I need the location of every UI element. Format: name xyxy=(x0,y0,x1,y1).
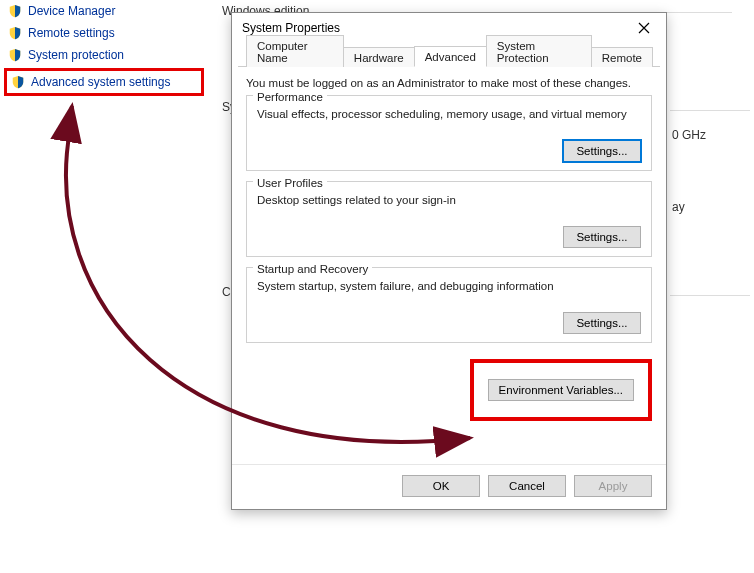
environment-variables-button[interactable]: Environment Variables... xyxy=(488,379,634,401)
ok-button[interactable]: OK xyxy=(402,475,480,497)
bg-sep-3 xyxy=(670,295,750,296)
group-desc: Visual effects, processor scheduling, me… xyxy=(257,108,641,120)
group-title: Performance xyxy=(253,91,327,103)
tab-remote[interactable]: Remote xyxy=(591,47,653,67)
group-user-profiles: User Profiles Desktop settings related t… xyxy=(246,181,652,257)
group-desc: System startup, system failure, and debu… xyxy=(257,280,641,292)
tab-content-advanced: You must be logged on as an Administrato… xyxy=(232,67,666,464)
shield-icon xyxy=(8,26,22,40)
group-title: Startup and Recovery xyxy=(253,263,372,275)
performance-settings-button[interactable]: Settings... xyxy=(563,140,641,162)
link-label: Device Manager xyxy=(28,4,115,18)
link-advanced-system-settings[interactable]: Advanced system settings xyxy=(4,68,204,96)
group-startup-recovery: Startup and Recovery System startup, sys… xyxy=(246,267,652,343)
system-info-background: Windows edition Sy C 0 GHz ay Device Man… xyxy=(0,0,754,573)
close-icon xyxy=(638,22,650,34)
background-truncated-c: C xyxy=(222,285,231,299)
shield-icon xyxy=(8,4,22,18)
link-remote-settings[interactable]: Remote settings xyxy=(4,22,204,44)
control-panel-links: Device Manager Remote settings System pr… xyxy=(4,0,204,96)
group-performance: Performance Visual effects, processor sc… xyxy=(246,95,652,171)
tab-advanced[interactable]: Advanced xyxy=(414,46,487,67)
link-label: System protection xyxy=(28,48,124,62)
shield-icon xyxy=(11,75,25,89)
cancel-button[interactable]: Cancel xyxy=(488,475,566,497)
admin-note: You must be logged on as an Administrato… xyxy=(246,77,652,89)
shield-icon xyxy=(8,48,22,62)
group-desc: Desktop settings related to your sign-in xyxy=(257,194,641,206)
background-ay-fragment: ay xyxy=(672,200,685,214)
bg-sep-2 xyxy=(670,110,750,111)
tab-computer-name[interactable]: Computer Name xyxy=(246,35,344,67)
background-ghz-fragment: 0 GHz xyxy=(672,128,706,142)
tab-strip: Computer Name Hardware Advanced System P… xyxy=(238,43,660,67)
tab-system-protection[interactable]: System Protection xyxy=(486,35,592,67)
apply-button[interactable]: Apply xyxy=(574,475,652,497)
link-label: Advanced system settings xyxy=(31,75,170,89)
dialog-title: System Properties xyxy=(242,21,340,35)
system-properties-dialog: System Properties Computer Name Hardware… xyxy=(231,12,667,510)
dialog-button-row: OK Cancel Apply xyxy=(232,464,666,509)
close-button[interactable] xyxy=(622,14,666,42)
link-device-manager[interactable]: Device Manager xyxy=(4,0,204,22)
env-variables-row: Environment Variables... xyxy=(246,359,652,421)
link-label: Remote settings xyxy=(28,26,115,40)
link-system-protection[interactable]: System protection xyxy=(4,44,204,66)
group-title: User Profiles xyxy=(253,177,327,189)
startup-settings-button[interactable]: Settings... xyxy=(563,312,641,334)
annotation-highlight-env: Environment Variables... xyxy=(470,359,652,421)
tab-hardware[interactable]: Hardware xyxy=(343,47,415,67)
user-profiles-settings-button[interactable]: Settings... xyxy=(563,226,641,248)
